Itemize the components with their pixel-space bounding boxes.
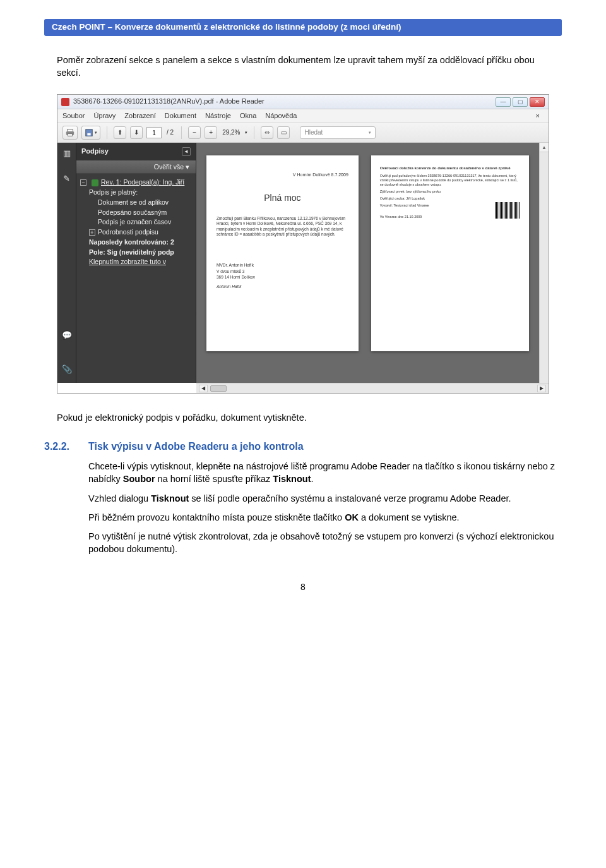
document-page-1: V Horním Dolíkově 8.7.2009 Plná moc Zmoc… [206, 155, 359, 351]
search-input[interactable]: Hledat ▾ [300, 126, 376, 139]
toolbar: ▾ ⬆ ⬇ / 2 − + 29,2% ▾ ⇔ ▭ Hledat ▾ [57, 123, 549, 143]
doc-title: Plná moc [217, 192, 348, 205]
menu-nastroje[interactable]: Nástroje [205, 111, 231, 121]
scroll-up-arrow-icon[interactable]: ▲ [540, 143, 549, 152]
doc-signature-block: MVDr. Antonín Hafík V dvou mlsků 3 369 1… [217, 262, 348, 289]
clause-heading: Ověřovací doložka konverze do dokumentu … [380, 166, 520, 171]
section-paragraph: Při běžném provozu kontaktního místa pou… [88, 511, 556, 524]
document-page-2: Ověřovací doložka konverze do dokumentu … [371, 155, 529, 351]
signature-revision-row[interactable]: − Rev. 1: Podepsal(a): Ing. Jiří [80, 178, 193, 188]
section-body: Chcete-li výpis vytisknout, klepněte na … [88, 460, 556, 556]
svg-rect-4 [87, 133, 90, 136]
disk-icon [85, 128, 93, 137]
section-paragraph: Po vytištění je nutné výtisk zkontrolova… [88, 530, 556, 556]
barcode-icon [495, 202, 520, 219]
svg-rect-2 [68, 134, 73, 136]
menu-upravy[interactable]: Úpravy [93, 111, 116, 121]
verify-all-button[interactable]: Ověřit vše ▾ [76, 160, 196, 174]
zoom-in-button[interactable]: + [205, 126, 217, 139]
reader-body: ▥ ✎ 💬 📎 Podpisy ◂ Ověřit vše ▾ − Rev [57, 143, 549, 383]
save-button[interactable]: ▾ [81, 126, 100, 140]
signatures-panel-icon[interactable]: ✎ [61, 173, 73, 184]
section-heading-row: 3.2.2. Tisk výpisu v Adobe Readeru a jeh… [44, 440, 562, 454]
signature-valid-icon [92, 179, 98, 186]
close-button[interactable]: ✕ [530, 97, 545, 107]
intro-paragraph: Poměr zobrazení sekce s panelem a sekce … [57, 54, 549, 80]
menubar-close-icon[interactable]: × [532, 111, 544, 121]
doc-date: V Horním Dolíkově 8.7.2009 [217, 172, 348, 178]
minimize-button[interactable]: — [496, 97, 511, 107]
clause-line: Ověřující osoba: Jiří Lopatluk [380, 196, 520, 201]
scroll-right-arrow-icon[interactable]: ▶ [537, 385, 546, 392]
screenshot-container: 3538676-13266-091021131318(2ANRuV).pdf -… [57, 94, 549, 394]
printer-icon [66, 128, 74, 137]
tree-expand-icon[interactable]: + [89, 229, 95, 236]
page-total-label: / 2 [165, 128, 175, 137]
tree-row[interactable]: +Podrobnosti podpisu [80, 227, 193, 238]
clause-line: Zjišťovací prvek: bez zjišťovacího prvku [380, 190, 520, 194]
section-paragraph: Chcete-li výpis vytisknout, klepněte na … [88, 460, 556, 486]
scrollbar-thumb[interactable] [210, 385, 227, 392]
menu-okna[interactable]: Okna [240, 111, 256, 121]
signatures-panel: Podpisy ◂ Ověřit vše ▾ − Rev. 1: Podepsa… [76, 143, 196, 383]
zoom-level-label: 29,2% [221, 128, 241, 137]
section-number: 3.2.2. [44, 440, 80, 454]
search-placeholder: Hledat [304, 128, 323, 137]
zoom-out-button[interactable]: − [188, 126, 201, 139]
tree-row: Dokument se od aplikov [80, 198, 193, 208]
section-paragraph: Vzhled dialogu Tisknout se liší podle op… [88, 492, 556, 505]
menu-soubor[interactable]: Soubor [62, 111, 85, 121]
maximize-button[interactable]: ▢ [513, 97, 528, 107]
tree-collapse-icon[interactable]: − [80, 179, 86, 186]
vertical-scrollbar[interactable]: ▲ [539, 143, 549, 383]
svg-rect-0 [68, 130, 73, 132]
adobe-reader-window: 3538676-13266-091021131318(2ANRuV).pdf -… [57, 94, 549, 394]
pdf-icon [61, 98, 69, 106]
window-title: 3538676-13266-091021131318(2ANRuV).pdf -… [73, 97, 264, 106]
comments-panel-icon[interactable]: 💬 [61, 330, 73, 341]
left-icon-strip: ▥ ✎ 💬 📎 [57, 143, 76, 383]
section-title: Tisk výpisu v Adobe Readeru a jeho kontr… [88, 440, 304, 454]
page-number-input[interactable] [146, 127, 162, 138]
prev-page-button[interactable]: ⬆ [114, 126, 126, 139]
signatures-panel-title: Podpisy [81, 147, 109, 156]
menubar: Soubor Úpravy Zobrazení Dokument Nástroj… [57, 109, 549, 123]
page-header-title: Czech POINT – Konverze dokumentů z elekt… [52, 22, 401, 32]
fit-width-button[interactable]: ⇔ [261, 126, 273, 139]
print-button[interactable] [62, 126, 78, 140]
tree-row: Pole: Sig (neviditelný podp [80, 248, 193, 258]
signatures-panel-header: Podpisy ◂ [76, 143, 196, 160]
tree-row[interactable]: Klepnutím zobrazíte tuto v [80, 257, 193, 267]
menu-dokument[interactable]: Dokument [165, 111, 196, 121]
clause-line: Ověřuji pod pořadovým číslem 3538676-132… [380, 174, 520, 187]
doc-paragraph: Zmocňuji paní Blanku Fiflíkovou, narozen… [217, 216, 348, 238]
menu-zobrazeni[interactable]: Zobrazení [124, 111, 156, 121]
tree-row: Podpis je označen časov [80, 217, 193, 227]
scroll-left-arrow-icon[interactable]: ◀ [199, 385, 208, 392]
signatures-tree: − Rev. 1: Podepsal(a): Ing. Jiří Podpis … [76, 174, 196, 383]
intro-block: Poměr zobrazení sekce s panelem a sekce … [57, 54, 549, 80]
page-header-bar: Czech POINT – Konverze dokumentů z elekt… [44, 19, 562, 36]
tree-row: Podepsáno současným [80, 208, 193, 218]
attachments-panel-icon[interactable]: 📎 [61, 364, 73, 375]
horizontal-scrollbar[interactable]: ◀ ▶ [196, 383, 549, 393]
document-viewport[interactable]: V Horním Dolíkově 8.7.2009 Plná moc Zmoc… [196, 143, 539, 383]
page-number: 8 [44, 581, 562, 594]
next-page-button[interactable]: ⬇ [130, 126, 143, 139]
tree-row: Naposledy kontrolováno: 2 [80, 238, 193, 248]
pages-panel-icon[interactable]: ▥ [61, 148, 73, 159]
after-screenshot-paragraph: Pokud je elektronický podpis v pořádku, … [57, 411, 549, 424]
tree-row: Podpis je platný: [80, 188, 193, 198]
window-titlebar: 3538676-13266-091021131318(2ANRuV).pdf -… [57, 95, 549, 109]
collapse-panel-button[interactable]: ◂ [182, 147, 191, 156]
after-screenshot-block: Pokud je elektronický podpis v pořádku, … [57, 411, 549, 424]
fit-page-button[interactable]: ▭ [277, 126, 290, 139]
menu-napoveda[interactable]: Nápověda [265, 111, 297, 121]
window-controls: — ▢ ✕ [496, 97, 545, 107]
